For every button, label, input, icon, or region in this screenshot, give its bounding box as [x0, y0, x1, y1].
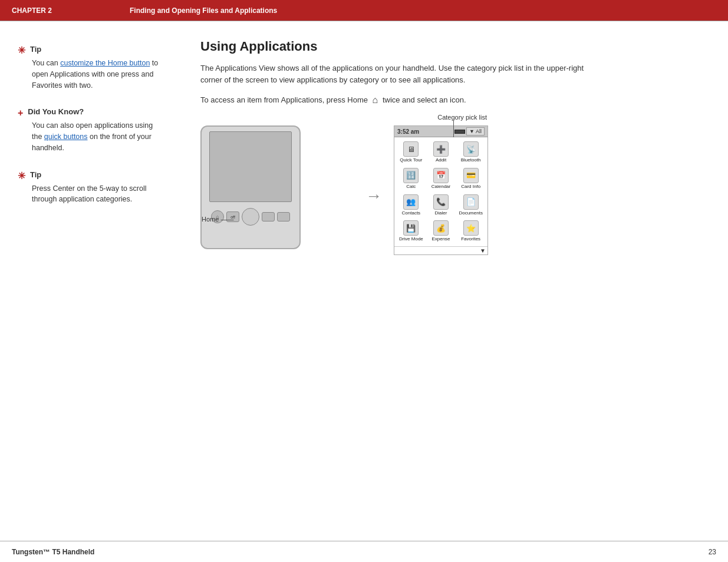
app-icon-contacts: 👥 — [403, 194, 419, 210]
app-name-documents: Documents — [459, 211, 482, 216]
app-icon-expense: 💰 — [433, 220, 449, 236]
sidebar-didyouknow: + Did You Know? You can also open applic… — [18, 107, 165, 153]
footer-right: 23 — [709, 548, 716, 556]
quick-buttons-link[interactable]: quick buttons — [44, 133, 88, 141]
battery-icon — [454, 130, 465, 134]
sidebar-tip2: ✳ Tip Press Center on the 5-way to scrol… — [18, 170, 165, 206]
app-icon-quick-tour: 🖥 — [403, 141, 419, 157]
app-item-contacts: 👥Contacts — [397, 193, 426, 218]
scroll-indicator: ▼ — [394, 246, 487, 254]
app-item-addit: ➕Addit — [427, 140, 456, 165]
app-icon-drive-mode: 💾 — [403, 220, 419, 236]
app-item-quick-tour: 🖥Quick Tour — [397, 140, 426, 165]
footer-left: Tungsten™ T5 Handheld — [12, 548, 94, 556]
app-name-addit: Addit — [436, 158, 446, 163]
tip2-label: Tip — [30, 170, 41, 179]
app-icon-documents: 📄 — [463, 194, 479, 210]
app-name-calc: Calc — [406, 184, 416, 190]
app-name-quick-tour: Quick Tour — [400, 158, 422, 163]
customize-home-link[interactable]: customize the Home button — [60, 59, 150, 67]
app-name-dialer: Dialer — [435, 211, 447, 216]
main-content: ✳ Tip You can customize the Home button … — [0, 21, 728, 541]
btn-center — [242, 208, 259, 226]
app-item-drive-mode: 💾Drive Mode — [397, 219, 426, 244]
chapter-label: CHAPTER 2 — [12, 6, 130, 15]
home-label: Home —— — [202, 216, 233, 223]
tip1-label: Tip — [30, 45, 41, 54]
section-heading: Using Applications — [200, 39, 704, 54]
apps-screen-wrapper: Category pick list 3:52 am ▼ All 🖥Quick … — [394, 125, 488, 255]
tip2-icon: ✳ — [18, 171, 25, 181]
category-pick-label: Category pick list — [437, 114, 487, 121]
time-display: 3:52 am — [397, 128, 419, 135]
handheld-body: ⌂ off — [200, 125, 301, 249]
app-item-calc: 🔢Calc — [397, 166, 426, 191]
footer: Tungsten™ T5 Handheld 23 — [0, 541, 728, 562]
app-name-favorites: Favorites — [461, 237, 480, 242]
app-icon-card-info: 💳 — [463, 168, 479, 183]
app-item-expense: 💰Expense — [427, 219, 456, 244]
category-dropdown[interactable]: ▼ All — [466, 127, 485, 135]
app-name-card-info: Card Info — [461, 184, 480, 190]
app-icon-calc: 🔢 — [403, 168, 419, 183]
app-item-bluetooth: 📡Bluetooth — [456, 140, 485, 165]
tip2-content: Press Center on the 5-way to scroll thro… — [18, 183, 165, 206]
didyouknow-label: Did You Know? — [28, 107, 84, 116]
app-icon-favorites: ⭐ — [463, 220, 479, 236]
btn-small2 — [277, 212, 290, 222]
app-item-favorites: ⭐Favorites — [456, 219, 485, 244]
diagram: ⌂ off Home —— → Category pick list — [200, 125, 704, 255]
app-name-expense: Expense — [431, 237, 450, 242]
btn-small1 — [262, 212, 275, 222]
paragraph2-post: twice and select an icon. — [383, 95, 466, 104]
didyouknow-content: You can also open applications using the… — [18, 120, 165, 153]
tip1-icon: ✳ — [18, 46, 25, 55]
app-icon-calendar: 📅 — [433, 168, 449, 183]
sidebar-tip1: ✳ Tip You can customize the Home button … — [18, 45, 165, 91]
app-icon-dialer: 📞 — [433, 194, 449, 210]
paragraph2-pre: To access an item from Applications, pre… — [200, 95, 368, 104]
arrow-icon: → — [365, 187, 382, 206]
apps-grid: 🖥Quick Tour➕Addit📡Bluetooth🔢Calc📅Calenda… — [394, 137, 487, 246]
apps-screen: 3:52 am ▼ All 🖥Quick Tour➕Addit📡Bluetoot… — [394, 125, 488, 255]
app-name-contacts: Contacts — [402, 211, 421, 216]
paragraph2: To access an item from Applications, pre… — [200, 93, 601, 108]
main-section: Using Applications The Applications View… — [177, 33, 728, 541]
paragraph1: The Applications View shows all of the a… — [200, 62, 601, 86]
tip1-content: You can customize the Home button to ope… — [18, 58, 165, 91]
app-name-drive-mode: Drive Mode — [399, 237, 423, 242]
chapter-title: Finding and Opening Files and Applicatio… — [130, 6, 277, 15]
app-item-documents: 📄Documents — [456, 193, 485, 218]
category-callout-line — [453, 121, 454, 137]
apps-screen-header: 3:52 am ▼ All — [394, 126, 487, 137]
app-item-calendar: 📅Calendar — [427, 166, 456, 191]
app-name-calendar: Calendar — [431, 184, 450, 190]
handheld-device: ⌂ off Home —— — [200, 125, 318, 255]
didyouknow-icon: + — [18, 108, 23, 118]
app-icon-bluetooth: 📡 — [463, 141, 479, 157]
sidebar: ✳ Tip You can customize the Home button … — [0, 33, 177, 541]
home-icon: ⌂ — [373, 95, 378, 105]
app-item-dialer: 📞Dialer — [427, 193, 456, 218]
header: CHAPTER 2 Finding and Opening Files and … — [0, 0, 728, 21]
app-item-card-info: 💳Card Info — [456, 166, 485, 191]
app-icon-addit: ➕ — [433, 141, 449, 157]
app-name-bluetooth: Bluetooth — [461, 158, 481, 163]
handheld-screen — [209, 131, 292, 202]
